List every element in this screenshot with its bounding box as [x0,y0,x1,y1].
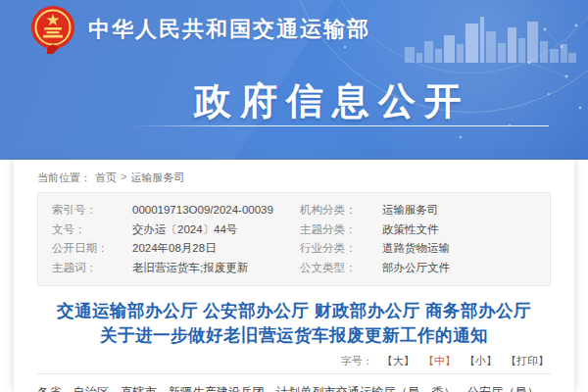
meta-label-index-no: 索引号： [52,201,132,220]
site-header: 中华人民共和国交通运输部 政府信息公开 [0,0,588,160]
meta-label-topic-category: 主题分类： [300,220,382,240]
font-size-controls: 字号： 【大】 【中】 【小】 【打印】 [37,354,551,369]
page: 中华人民共和国交通运输部 政府信息公开 当前位置： 首页 > 运输服务司 索引号… [0,0,588,392]
document-title-line2: 关于进一步做好老旧营运货车报废更新工作的通知 [100,325,488,345]
meta-label-doc-no: 文号： [52,220,132,240]
meta-label-publish-date: 公开日期： [52,239,132,259]
meta-value-topic-category: 政策性文件 [382,220,550,240]
banner-underline [132,125,549,126]
document-metadata-table: 索引号： 000019713O09/2024-00039 机构分类： 运输服务司… [37,192,551,286]
meta-value-publish-date: 2024年08月28日 [132,239,300,259]
breadcrumb-label: 当前位置： [37,171,91,185]
breadcrumb-home-link[interactable]: 首页 [95,171,117,185]
meta-value-index-no: 000019713O09/2024-00039 [132,201,300,220]
document-title: 交通运输部办公厅 公安部办公厅 财政部办公厅 商务部办公厅 关于进一步做好老旧营… [37,299,551,348]
document-body: 各省、自治区、直辖市、新疆生产建设兵团、计划单列市交通运输厅（局、委）、公安厅（… [37,382,551,392]
breadcrumb-current-link[interactable]: 运输服务司 [130,171,184,185]
body-salutation: 各省、自治区、直辖市、新疆生产建设兵团、计划单列市交通运输厅（局、委）、公安厅（… [37,382,551,392]
meta-label-industry-category: 行业分类： [300,239,382,259]
meta-value-doc-no: 交办运〔2024〕44号 [132,220,300,240]
banner-title: 政府信息公开 [194,76,470,126]
ministry-name: 中华人民共和国交通运输部 [88,15,370,44]
meta-label-keywords: 主题词： [52,259,132,278]
document-title-line1: 交通运输部办公厅 公安部办公厅 财政部办公厅 商务部办公厅 [57,301,531,320]
breadcrumb-separator: > [121,171,126,182]
topbar: 中华人民共和国交通运输部 [0,0,588,59]
meta-label-doc-type: 公文类型： [300,259,382,278]
print-button[interactable]: 【打印】 [506,355,549,367]
meta-value-doc-type: 部办公厅文件 [382,259,550,278]
meta-value-keywords: 老旧营运货车;报废更新 [132,259,300,278]
national-emblem-icon [29,5,76,54]
font-size-large-button[interactable]: 【大】 [382,355,415,367]
breadcrumb: 当前位置： 首页 > 运输服务司 [37,160,551,192]
title-separator [37,373,551,374]
font-size-label: 字号： [341,355,373,367]
meta-value-industry-category: 道路货物运输 [382,239,550,259]
meta-label-org-category: 机构分类： [300,201,382,220]
font-size-small-button[interactable]: 【小】 [465,355,497,367]
meta-value-org-category: 运输服务司 [382,201,550,220]
font-size-medium-button[interactable]: 【中】 [423,355,456,367]
content-card: 当前位置： 首页 > 运输服务司 索引号： 000019713O09/2024-… [14,160,574,392]
